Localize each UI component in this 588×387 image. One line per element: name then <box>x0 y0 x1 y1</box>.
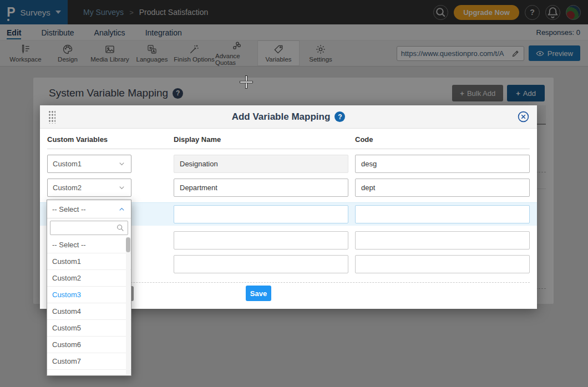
custom-variable-dropdown: -- Select -- -- Select -- Custom1 Custom… <box>47 200 131 376</box>
dropdown-option-custom3[interactable]: Custom3 <box>47 287 131 303</box>
code-input-4[interactable] <box>355 231 530 249</box>
custom-variable-select-2[interactable]: Custom2 <box>47 179 131 197</box>
dropdown-scrollbar-track[interactable] <box>126 237 130 375</box>
dropdown-option-select[interactable]: -- Select -- <box>47 237 131 253</box>
column-custom-variables: Custom Variables <box>47 135 131 144</box>
table-column-headers: Custom Variables Display Name Code <box>47 135 530 149</box>
dropdown-search-wrap <box>47 218 131 237</box>
dropdown-option-list: -- Select -- Custom1 Custom2 Custom3 Cus… <box>47 237 131 375</box>
drag-handle-icon[interactable] <box>48 110 55 124</box>
modal-title: Add Variable Mapping <box>232 111 331 123</box>
dropdown-option-custom2[interactable]: Custom2 <box>47 270 131 287</box>
dropdown-option-custom6[interactable]: Custom6 <box>47 337 131 353</box>
display-name-input-5[interactable] <box>174 255 348 273</box>
display-name-input-3[interactable] <box>174 205 348 223</box>
dropdown-selected[interactable]: -- Select -- <box>47 200 131 218</box>
modal-title-wrap: Add Variable Mapping ? <box>40 111 537 123</box>
modal-header: Add Variable Mapping ? <box>40 105 537 129</box>
search-icon <box>116 223 125 232</box>
questionpro-app: P Surveys My Surveys > Product Satisfact… <box>0 0 588 387</box>
modal-help-icon[interactable]: ? <box>334 111 345 122</box>
custom-variable-select-1[interactable]: Custom1 <box>47 155 131 173</box>
column-code: Code <box>355 135 530 144</box>
dropdown-option-custom4[interactable]: Custom4 <box>47 303 131 320</box>
dropdown-option-custom7[interactable]: Custom7 <box>47 353 131 370</box>
chevron-up-icon <box>118 205 126 213</box>
display-name-input-2[interactable] <box>174 179 348 197</box>
code-input-1[interactable] <box>355 155 530 173</box>
save-button[interactable]: Save <box>246 286 271 301</box>
display-name-input-4[interactable] <box>174 231 348 249</box>
chevron-down-icon <box>118 184 126 192</box>
code-input-3[interactable] <box>355 205 530 223</box>
mapping-row-2: Custom2 <box>47 179 530 197</box>
mapping-row-1: Custom1 <box>47 155 530 173</box>
code-input-5[interactable] <box>355 255 530 273</box>
dropdown-option-custom1[interactable]: Custom1 <box>47 253 131 270</box>
chevron-down-icon <box>118 160 126 168</box>
column-display-name: Display Name <box>174 135 348 144</box>
dropdown-option-custom5[interactable]: Custom5 <box>47 320 131 337</box>
display-name-input-1[interactable] <box>174 155 348 173</box>
close-icon[interactable] <box>517 110 530 123</box>
dropdown-scrollbar-thumb[interactable] <box>126 237 130 252</box>
code-input-2[interactable] <box>355 179 530 197</box>
